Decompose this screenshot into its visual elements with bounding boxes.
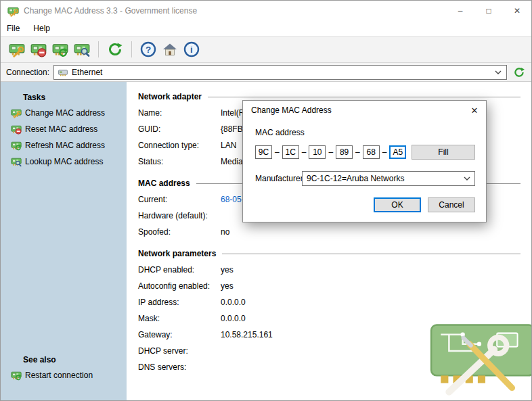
help-icon (140, 41, 156, 57)
home-button[interactable] (159, 39, 181, 60)
section-header-network-parameters: Network parameters (138, 245, 520, 262)
fill-button[interactable]: Fill (412, 145, 475, 160)
menu-help[interactable]: Help (33, 24, 50, 33)
field-value: yes (221, 281, 234, 291)
octet-separator: – (275, 147, 280, 157)
connection-row: Connection: Ethernet (1, 63, 531, 82)
sidebar: Tasks Change MAC address Reset MAC addre… (1, 82, 127, 401)
sidebar-item-lookup-mac[interactable]: Lookup MAC address (1, 154, 127, 170)
reset-mac-icon (11, 124, 22, 135)
field-label: IP address: (138, 298, 221, 307)
maximize-button[interactable]: □ (474, 1, 503, 21)
mac-octet-1[interactable] (255, 145, 272, 159)
title-bar: Change MAC Address 3.3 - Government lice… (1, 1, 531, 21)
field-row-spoofed: Spoofed: no (138, 224, 520, 240)
sidebar-item-reset-mac[interactable]: Reset MAC address (1, 121, 127, 137)
section-title: MAC address (138, 179, 190, 188)
app-window: Change MAC Address 3.3 - Government lice… (0, 0, 532, 401)
lookup-mac-icon (11, 156, 22, 167)
octet-separator: – (302, 147, 307, 157)
field-label: Gateway: (138, 330, 221, 339)
field-row-ip-address: IP address: 0.0.0.0 (138, 294, 520, 310)
change-mac-button[interactable] (6, 39, 28, 60)
sidebar-item-label: Restart connection (25, 371, 93, 380)
mac-address-label: MAC address (255, 128, 475, 137)
field-value: 10.58.215.161 (221, 330, 273, 339)
connection-select[interactable]: Ethernet (53, 65, 507, 80)
manufacturer-row: Manufacturer 9C-1C-12=Aruba Networks (255, 171, 475, 186)
field-label: Autoconfig enabled: (138, 281, 221, 291)
window-title: Change MAC Address 3.3 - Government lice… (24, 6, 446, 16)
field-label: Name: (138, 108, 221, 118)
refresh-connections-button[interactable] (104, 39, 126, 60)
octet-separator: – (382, 147, 387, 157)
field-label: Hardware (default): (138, 211, 221, 220)
sidebar-item-restart-connection[interactable]: Restart connection (1, 367, 127, 383)
field-label: DNS servers: (138, 362, 221, 372)
minimize-button[interactable]: – (446, 1, 474, 21)
section-title: Network parameters (138, 249, 216, 258)
dialog-buttons: OK Cancel (255, 197, 475, 212)
mac-octet-6[interactable] (389, 145, 406, 159)
menu-bar: File Help (1, 21, 531, 36)
sidebar-item-refresh-mac[interactable]: Refresh MAC address (1, 137, 127, 154)
field-value: yes (221, 265, 234, 275)
refresh-mac-icon (52, 41, 68, 57)
manufacturer-value: 9C-1C-12=Aruba Networks (307, 174, 464, 183)
sidebar-item-label: Refresh MAC address (25, 141, 105, 150)
sidebar-item-label: Change MAC address (25, 108, 105, 118)
cancel-button[interactable]: Cancel (428, 197, 475, 212)
section-rule (208, 97, 520, 97)
refresh-mac-button[interactable] (49, 39, 71, 60)
reset-mac-icon (30, 41, 47, 57)
ok-button[interactable]: OK (374, 197, 421, 212)
field-label: DHCP enabled: (138, 265, 221, 275)
sidebar-item-change-mac[interactable]: Change MAC address (1, 105, 127, 121)
field-label: Current: (138, 195, 221, 204)
field-label: Mask: (138, 314, 221, 323)
close-button[interactable]: ✕ (503, 1, 531, 21)
section-title: Network adapter (138, 92, 202, 101)
connection-label: Connection: (6, 68, 49, 77)
about-button[interactable] (181, 39, 202, 60)
change-mac-icon (11, 108, 22, 118)
field-row-autoconfig: Autoconfig enabled: yes (138, 278, 520, 294)
field-label: Connection type: (138, 141, 221, 150)
field-value: LAN (221, 141, 236, 150)
refresh-icon (513, 66, 525, 78)
chevron-down-icon (464, 176, 470, 181)
lookup-mac-button[interactable] (71, 39, 93, 60)
refresh-connections-icon (107, 41, 123, 57)
app-icon (7, 5, 19, 17)
field-label: GUID: (138, 124, 221, 134)
tasks-title: Tasks (23, 93, 127, 102)
home-icon (162, 41, 178, 57)
chevron-down-icon (495, 70, 502, 74)
field-label: Spoofed: (138, 227, 221, 237)
refresh-mac-icon (11, 140, 22, 151)
field-value: 0.0.0.0 (221, 298, 246, 307)
toolbar (1, 36, 531, 63)
menu-file[interactable]: File (7, 24, 20, 33)
field-value: no (221, 227, 229, 237)
connection-value: Ethernet (72, 68, 495, 77)
network-card-watermark (426, 314, 531, 396)
dialog-close-button[interactable]: ✕ (463, 101, 486, 120)
section-rule (222, 254, 520, 254)
window-controls: – □ ✕ (446, 1, 531, 21)
field-label: Status: (138, 157, 221, 166)
field-row-dhcp-enabled: DHCP enabled: yes (138, 262, 520, 278)
refresh-connection-list-button[interactable] (512, 66, 526, 79)
mac-octet-5[interactable] (363, 145, 380, 159)
mac-octet-3[interactable] (309, 145, 326, 159)
sidebar-item-label: Reset MAC address (25, 124, 97, 134)
reset-mac-button[interactable] (28, 39, 49, 60)
help-button[interactable] (137, 39, 159, 60)
lookup-mac-icon (74, 41, 90, 57)
mac-octet-4[interactable] (336, 145, 353, 159)
mac-octet-2[interactable] (282, 145, 299, 159)
manufacturer-select[interactable]: 9C-1C-12=Aruba Networks (302, 171, 475, 186)
about-icon (183, 41, 200, 57)
dialog-title: Change MAC Address (251, 105, 463, 115)
dialog-title-bar: Change MAC Address ✕ (243, 101, 486, 120)
